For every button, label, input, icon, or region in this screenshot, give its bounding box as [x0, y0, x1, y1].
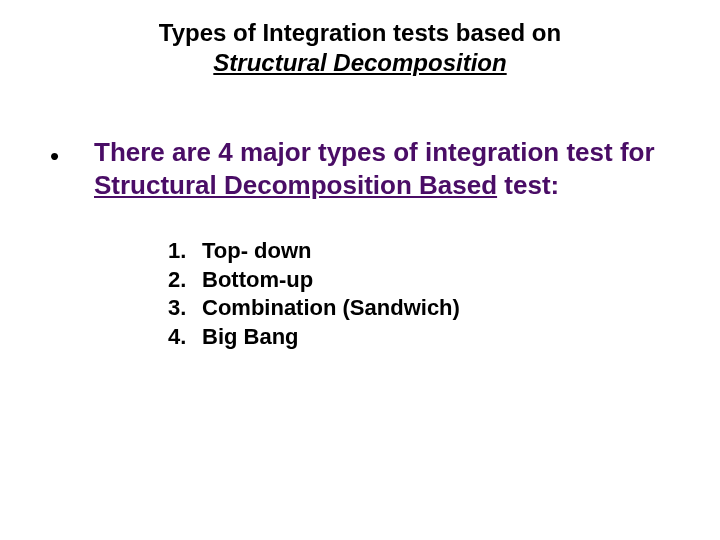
bullet-text-pre: There are 4 major types of integration t…	[94, 137, 655, 167]
list-label: Top- down	[202, 237, 312, 266]
body: • There are 4 major types of integration…	[0, 136, 720, 351]
list-item: 1. Top- down	[168, 237, 680, 266]
list-label: Combination (Sandwich)	[202, 294, 460, 323]
list-number: 4.	[168, 323, 202, 352]
list-label: Bottom-up	[202, 266, 313, 295]
list-number: 2.	[168, 266, 202, 295]
list-number: 3.	[168, 294, 202, 323]
numbered-list: 1. Top- down 2. Bottom-up 3. Combination…	[50, 237, 680, 351]
slide: Types of Integration tests based on Stru…	[0, 0, 720, 540]
list-item: 4. Big Bang	[168, 323, 680, 352]
bullet-text-underlined: Structural Decomposition Based	[94, 170, 497, 200]
bullet-mark: •	[50, 136, 94, 173]
title-line-2: Structural Decomposition	[0, 48, 720, 78]
list-number: 1.	[168, 237, 202, 266]
bullet-text: There are 4 major types of integration t…	[94, 136, 680, 201]
list-item: 2. Bottom-up	[168, 266, 680, 295]
list-label: Big Bang	[202, 323, 299, 352]
bullet-item: • There are 4 major types of integration…	[50, 136, 680, 201]
list-item: 3. Combination (Sandwich)	[168, 294, 680, 323]
slide-title: Types of Integration tests based on Stru…	[0, 0, 720, 78]
title-line-1: Types of Integration tests based on	[0, 18, 720, 48]
bullet-text-post: test:	[497, 170, 559, 200]
